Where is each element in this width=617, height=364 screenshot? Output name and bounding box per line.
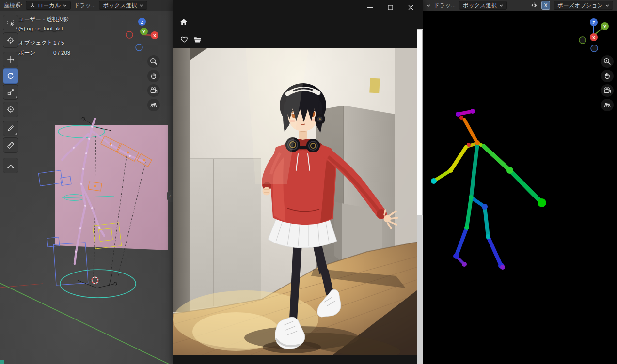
svg-text:Z: Z: [141, 20, 143, 25]
svg-text:X: X: [153, 33, 156, 38]
tool-move[interactable]: [3, 52, 18, 67]
drag-mode-label: ドラッ...: [434, 2, 456, 9]
pan-button[interactable]: [147, 70, 160, 82]
zoom-button[interactable]: [147, 55, 160, 68]
window-scrollbar[interactable]: [417, 29, 423, 364]
truncated-dropdown-chevron[interactable]: [427, 4, 430, 7]
select-mode-value: ボックス選択: [103, 2, 137, 9]
right-viewport-canvas[interactable]: Z Y X: [421, 11, 617, 364]
x-axis-line: [0, 284, 43, 288]
left-viewport-canvas[interactable]: ユーザー・透視投影 (5) rig : c_foot_ik.l オブジェクト 1…: [0, 11, 173, 364]
left-3d-viewport: 座標系: ローカル ドラッ... ボックス選択: [0, 0, 173, 364]
zoom-button[interactable]: [601, 55, 614, 68]
tool-cursor[interactable]: [3, 32, 18, 48]
pan-hand-icon: [149, 72, 158, 80]
right-3d-viewport: ドラッ... ボックス選択 X ポーズオプション: [421, 0, 617, 364]
cursor-icon: [7, 36, 15, 44]
tool-measure[interactable]: [3, 137, 18, 153]
view-mode-text: ユーザー・透視投影: [18, 15, 70, 24]
camera-view-icon: [603, 86, 612, 95]
home-icon: [180, 18, 188, 26]
open-folder-button[interactable]: [193, 36, 202, 43]
zoom-icon: [603, 57, 612, 66]
orientation-value: ローカル: [38, 2, 61, 9]
active-item-text: (5) rig : c_foot_ik.l: [18, 24, 70, 33]
grid-floor-icon: [149, 101, 158, 109]
scrollbar-thumb[interactable]: [417, 30, 423, 215]
tool-transform[interactable]: [3, 102, 18, 117]
home-button[interactable]: [180, 18, 188, 26]
chevron-down-icon: [63, 4, 67, 7]
select-mode-value: ボックス選択: [463, 2, 497, 9]
orientation-axes-icon: [30, 2, 35, 8]
coord-system-label: 座標系:: [4, 2, 22, 9]
right-viewport-header: ドラッ... ボックス選択 X ポーズオプション: [421, 0, 617, 11]
mirror-x-icon[interactable]: [530, 1, 538, 9]
maximize-icon: [388, 5, 393, 10]
svg-text:Y: Y: [603, 24, 606, 29]
select-mode-dropdown[interactable]: ボックス選択: [459, 1, 507, 10]
tool-shelf: [3, 15, 19, 180]
window-actions-row: [173, 30, 423, 48]
tool-rotate[interactable]: [3, 68, 18, 84]
bone-count-value: 0 / 203: [53, 48, 70, 58]
anime-character-illustration: [173, 48, 417, 355]
object-count-value: 1 / 5: [53, 38, 64, 47]
minimize-button[interactable]: [360, 1, 380, 14]
image-viewer-window: [173, 0, 423, 364]
camera-view-icon: [149, 86, 158, 95]
orientation-gizmo[interactable]: Z Y X: [574, 16, 613, 55]
measure-ruler-icon: [7, 141, 15, 149]
chevron-down-icon: [140, 4, 143, 7]
axis-neg-x: [126, 31, 133, 38]
mirror-x-toggle[interactable]: X: [541, 1, 550, 10]
left-viewport-header: 座標系: ローカル ドラッ... ボックス選択: [0, 0, 173, 11]
armature-3d-scene: [0, 11, 173, 364]
annotate-pencil-icon: [7, 124, 15, 132]
select-mode-dropdown[interactable]: ボックス選択: [99, 1, 147, 10]
favorite-button[interactable]: [180, 36, 188, 43]
tool-pose-breakdowner[interactable]: [3, 158, 18, 173]
camera-view-button[interactable]: [601, 84, 614, 97]
pose-breakdowner-icon: [7, 162, 15, 169]
window-nav-row: [173, 15, 423, 30]
sidebar-collapse-tab[interactable]: ‹: [167, 190, 173, 202]
select-box-icon: [7, 19, 15, 27]
move-icon: [7, 56, 15, 63]
viewport-info-overlay: ユーザー・透視投影 (5) rig : c_foot_ik.l オブジェクト 1…: [18, 15, 70, 58]
maximize-button[interactable]: [380, 1, 400, 14]
folder-icon: [193, 36, 202, 43]
axis-neg-y: [579, 37, 586, 44]
grid-floor-button[interactable]: [601, 99, 614, 111]
grid-floor-button[interactable]: [147, 99, 160, 111]
openpose-skeleton: [421, 11, 617, 364]
pan-hand-icon: [603, 72, 612, 80]
rotate-icon: [7, 72, 15, 80]
chevron-down-icon: [499, 4, 503, 7]
viewport-corner-accent: [0, 360, 4, 364]
drag-mode-label: ドラッ...: [74, 2, 96, 9]
tool-scale[interactable]: [3, 84, 18, 100]
chevron-down-icon: [605, 4, 609, 7]
orientation-dropdown[interactable]: ローカル: [26, 1, 71, 10]
3d-cursor: [90, 275, 100, 285]
close-button[interactable]: [400, 1, 421, 14]
window-titlebar[interactable]: [173, 0, 423, 15]
tool-annotate[interactable]: [3, 121, 18, 136]
axis-neg-z: [136, 44, 142, 51]
minimize-icon: [367, 5, 373, 10]
svg-text:Z: Z: [592, 20, 595, 25]
camera-view-button[interactable]: [147, 84, 160, 97]
svg-text:X: X: [592, 35, 595, 40]
y-axis-line: [0, 283, 173, 364]
tool-select-box[interactable]: [3, 15, 18, 30]
pose-options-dropdown[interactable]: ポーズオプション: [554, 1, 613, 10]
close-icon: [408, 5, 413, 10]
orientation-gizmo[interactable]: Z X Y: [123, 15, 161, 54]
pan-button[interactable]: [601, 70, 614, 82]
object-count-label: オブジェクト: [18, 38, 53, 47]
svg-text:Y: Y: [142, 30, 145, 34]
bone-count-label: ボーン: [18, 48, 53, 58]
scale-icon: [7, 88, 15, 96]
reference-image: [173, 48, 417, 355]
